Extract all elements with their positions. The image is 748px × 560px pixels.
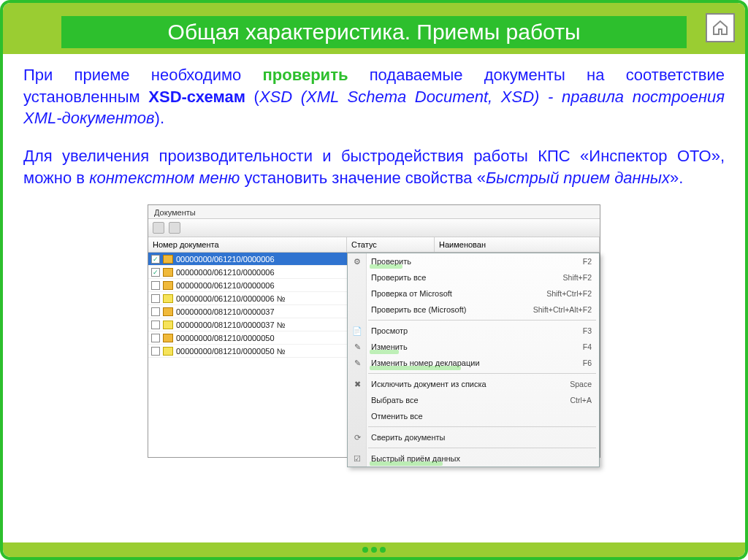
menu-item[interactable]: 📄ПросмотрF3 <box>348 323 599 339</box>
pager-dot-icon <box>380 547 386 553</box>
pager-dot-icon <box>362 547 368 553</box>
row-checkbox[interactable] <box>151 321 160 329</box>
menu-item-label: Быстрый приём данных <box>371 454 592 463</box>
row-checkbox[interactable] <box>151 334 160 342</box>
row-checkbox[interactable] <box>151 307 160 316</box>
menu-item-label: Выбрать все <box>371 396 570 404</box>
header-band: Общая характеристика. Приемы работы <box>3 3 745 54</box>
menu-item-label: Изменить <box>371 342 583 351</box>
menu-item-icon <box>351 272 363 283</box>
row-checkbox[interactable] <box>151 347 160 356</box>
menu-item-icon: ✎ <box>351 341 363 353</box>
menu-item-label: Изменить номер декларации <box>371 358 583 367</box>
row-checkbox[interactable] <box>151 255 160 264</box>
content-area: При приеме необходимо проверить подаваем… <box>3 54 745 458</box>
doc-type-icon <box>163 307 173 316</box>
doc-number-text: 00000000/081210/0000037 № <box>176 321 285 329</box>
menu-item-icon: ⟳ <box>351 431 363 443</box>
menu-item-label: Просмотр <box>371 326 583 335</box>
menu-item-shortcut: F6 <box>583 358 592 367</box>
doc-type-icon <box>163 347 173 356</box>
menu-item[interactable]: ✖Исключить документ из спискаSpace <box>348 376 599 392</box>
menu-separator <box>368 373 596 374</box>
menu-item[interactable]: Проверить все (Microsoft)Shift+Ctrl+Alt+… <box>348 302 599 318</box>
panel-title: Документы <box>148 205 600 218</box>
doc-number-text: 00000000/061210/0000006 № <box>176 294 285 303</box>
paragraph-1: При приеме необходимо проверить подаваем… <box>23 64 725 129</box>
grid-body: 00000000/061210/000000600000000/061210/0… <box>148 253 600 457</box>
menu-separator <box>368 448 596 448</box>
col-name[interactable]: Наименован <box>435 237 600 252</box>
menu-item-icon <box>351 288 363 299</box>
menu-item-label: Сверить документы <box>371 433 592 442</box>
doc-icon[interactable] <box>169 222 180 234</box>
slide-title: Общая характеристика. Приемы работы <box>61 16 687 48</box>
menu-item-icon <box>351 410 363 422</box>
menu-item[interactable]: Проверка от MicrosoftShift+Ctrl+F2 <box>348 285 599 302</box>
menu-item-shortcut: F2 <box>583 257 592 266</box>
menu-item[interactable]: ⚙ПроверитьF2 <box>348 253 599 269</box>
menu-item-icon: ⚙ <box>351 256 363 267</box>
doc-type-icon <box>163 281 173 290</box>
col-doc-number[interactable]: Номер документа <box>148 237 347 252</box>
doc-number-text: 00000000/061210/0000006 <box>176 281 275 290</box>
menu-item-icon: ☑ <box>351 453 363 464</box>
menu-item-shortcut: Space <box>570 380 592 388</box>
doc-type-icon <box>163 294 173 303</box>
context-menu: ⚙ПроверитьF2Проверить всеShift+F2Проверк… <box>347 253 600 467</box>
menu-item-label: Исключить документ из списка <box>371 380 570 388</box>
menu-item-shortcut: Shift+Ctrl+F2 <box>546 289 592 298</box>
col-status[interactable]: Статус <box>347 237 435 252</box>
menu-item[interactable]: ✎ИзменитьF4 <box>348 339 599 355</box>
footer-strip <box>3 542 745 557</box>
menu-item-icon: 📄 <box>351 325 363 337</box>
menu-item-label: Проверка от Microsoft <box>371 289 546 298</box>
home-icon[interactable] <box>706 13 735 42</box>
menu-item-icon: ✖ <box>351 378 363 390</box>
menu-item[interactable]: Выбрать всеCtrl+A <box>348 392 599 408</box>
menu-item-label: Проверить все <box>371 273 563 282</box>
menu-separator <box>368 320 596 321</box>
menu-item-icon: ✎ <box>351 357 363 369</box>
gear-icon[interactable] <box>153 222 164 234</box>
menu-item[interactable]: ☑Быстрый приём данных <box>348 450 599 467</box>
doc-number-text: 00000000/061210/0000006 <box>176 268 275 277</box>
doc-number-text: 00000000/081210/0000037 <box>176 307 275 316</box>
toolbar <box>148 218 600 237</box>
menu-item[interactable]: Проверить всеShift+F2 <box>348 269 599 285</box>
menu-item-shortcut: F3 <box>583 326 592 335</box>
menu-item-shortcut: Shift+Ctrl+Alt+F2 <box>533 305 592 314</box>
menu-item-label: Проверить <box>371 257 583 266</box>
row-checkbox[interactable] <box>151 281 160 290</box>
row-checkbox[interactable] <box>151 294 160 303</box>
doc-number-text: 00000000/061210/0000006 <box>176 255 275 264</box>
menu-item-shortcut: F4 <box>583 342 592 351</box>
menu-item[interactable]: Отменить все <box>348 408 599 424</box>
doc-type-icon <box>163 321 173 329</box>
menu-item-icon <box>351 304 363 315</box>
doc-number-text: 00000000/081210/0000050 № <box>176 347 285 356</box>
menu-item[interactable]: ✎Изменить номер декларацииF6 <box>348 355 599 371</box>
menu-item-icon <box>351 394 363 406</box>
doc-type-icon <box>163 334 173 342</box>
menu-item-label: Отменить все <box>371 412 592 421</box>
row-checkbox[interactable] <box>151 268 160 277</box>
menu-item-shortcut: Shift+F2 <box>563 273 592 282</box>
menu-item[interactable]: ⟳Сверить документы <box>348 429 599 445</box>
menu-item-shortcut: Ctrl+A <box>570 396 592 404</box>
doc-type-icon <box>163 255 173 264</box>
menu-separator <box>368 426 596 427</box>
paragraph-2: Для увеличения производительности и быст… <box>23 145 725 188</box>
doc-number-text: 00000000/081210/0000050 <box>176 334 275 342</box>
app-screenshot: Документы Номер документа Статус Наимено… <box>148 204 600 458</box>
menu-item-label: Проверить все (Microsoft) <box>371 305 533 314</box>
doc-type-icon <box>163 268 173 277</box>
grid-header: Номер документа Статус Наименован <box>148 237 600 253</box>
pager-dot-icon <box>371 547 377 553</box>
